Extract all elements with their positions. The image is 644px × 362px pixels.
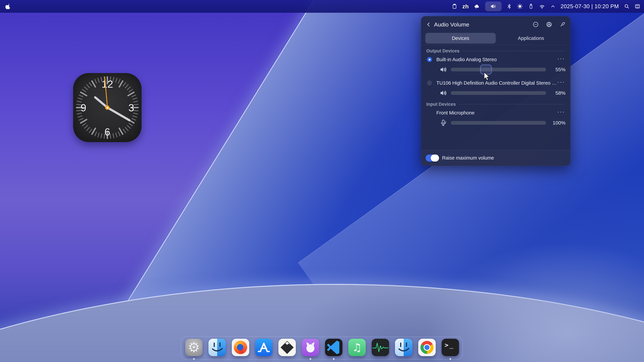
speaker-icon: [440, 89, 447, 97]
device-row-tu106: TU106 High Definition Audio Controller D…: [425, 78, 566, 88]
back-button[interactable]: [425, 21, 432, 28]
clock-tick: [126, 125, 131, 129]
apple-menu-icon[interactable]: [5, 3, 11, 9]
chevron-up-icon[interactable]: [550, 4, 556, 9]
clock-minute-hand: [107, 107, 131, 122]
section-title: Input Devices: [426, 102, 456, 107]
music-icon: ♫: [348, 339, 366, 356]
dock-item-system-settings[interactable]: ⚙: [185, 339, 202, 356]
clock-numeral-3: 3: [128, 102, 134, 114]
tab-devices[interactable]: Devices: [425, 33, 496, 43]
speaker-icon: [440, 66, 447, 73]
raise-max-volume-toggle[interactable]: [426, 155, 439, 162]
clock-tick: [88, 129, 92, 133]
clock-tick: [100, 133, 102, 138]
clock-center-cap: [105, 105, 110, 110]
panel-header: Audio Volume: [421, 16, 570, 33]
dock-item-files[interactable]: [395, 339, 412, 356]
panel-header-actions: [533, 21, 566, 27]
device-more-button[interactable]: ···: [557, 55, 565, 63]
clock-tick: [124, 127, 129, 131]
search-icon[interactable]: [624, 3, 630, 9]
volume-percent: 58%: [550, 90, 566, 96]
clock-tick: [115, 78, 118, 83]
system-monitor-icon: [372, 339, 389, 356]
firefox-icon: [232, 339, 249, 356]
radio-builtin-selected[interactable]: [427, 57, 432, 62]
menu-bar-status-area: zh 2025-07-30 | 10:20 PM: [452, 1, 640, 11]
pin-icon[interactable]: [560, 21, 566, 27]
device-name: Built-in Audio Analog Stereo: [436, 57, 557, 62]
dock-item-app-store[interactable]: [255, 339, 272, 356]
clock-tick: [82, 123, 86, 126]
volume-slider-row-microphone: 100%: [425, 117, 566, 128]
toggle-label: Raise maximum volume: [442, 155, 494, 161]
clock-tick: [115, 133, 118, 138]
clock-numeral-6: 6: [104, 126, 110, 138]
volume-slider-builtin[interactable]: [451, 68, 546, 71]
clock-tick: [132, 115, 137, 118]
clock-tick: [118, 79, 120, 84]
dock-item-finder[interactable]: [208, 339, 226, 356]
more-options-icon[interactable]: [533, 21, 539, 27]
volume-slider-row-builtin: 55%: [425, 64, 566, 75]
clock-numeral-12: 12: [102, 78, 113, 90]
panel-footer: Raise maximum volume: [421, 150, 570, 166]
cloud-icon[interactable]: [474, 3, 480, 9]
clock-tick: [128, 89, 133, 92]
tab-applications[interactable]: Applications: [496, 33, 566, 43]
github-icon: [302, 339, 319, 356]
clock-tick: [122, 82, 126, 86]
section-divider-line: [462, 51, 565, 51]
dock-item-firefox[interactable]: [232, 339, 249, 356]
clock-tick: [118, 131, 120, 136]
clock-tick: [78, 94, 83, 97]
menu-bar: zh 2025-07-30 | 10:20 PM: [0, 0, 644, 13]
notification-panel-icon[interactable]: [634, 3, 640, 9]
device-more-button[interactable]: ···: [557, 109, 565, 117]
volume-slider-row-tu106: 58%: [425, 88, 566, 98]
clock-tick: [86, 84, 90, 88]
clock-tick: [122, 129, 126, 133]
clock-tick: [78, 118, 83, 121]
radio-tu106[interactable]: [427, 80, 432, 85]
clock-tick: [97, 78, 100, 83]
clipboard-icon[interactable]: [452, 3, 457, 9]
device-row-front-microphone: Front Microphone ···: [425, 108, 566, 117]
clock-tick: [84, 86, 88, 90]
volume-slider-tu106[interactable]: [451, 91, 546, 95]
clock-tick: [77, 115, 82, 118]
dock: ⚙ ♫: [181, 337, 463, 360]
dock-item-inkscape[interactable]: [278, 339, 296, 356]
running-indicator: [310, 358, 311, 360]
vscode-icon: [325, 339, 342, 356]
volume-status-icon[interactable]: [485, 1, 502, 11]
input-method-indicator[interactable]: zh: [462, 3, 469, 10]
dock-item-terminal[interactable]: >_: [442, 339, 459, 356]
bluetooth-icon[interactable]: [507, 4, 512, 9]
clock-tick: [132, 97, 137, 100]
terminal-icon: >_: [442, 339, 459, 356]
panel-title: Audio Volume: [434, 21, 469, 28]
volume-percent: 100%: [550, 120, 566, 126]
device-more-button[interactable]: ···: [557, 79, 565, 87]
dock-item-github-desktop[interactable]: [302, 339, 319, 356]
dock-item-music[interactable]: ♫: [348, 339, 366, 356]
clock-widget[interactable]: 12 3 6 9: [73, 73, 142, 142]
dock-item-chrome[interactable]: [418, 339, 436, 356]
clock-tick: [82, 89, 86, 92]
clock-tick: [131, 94, 136, 97]
settings-gear-icon[interactable]: [546, 21, 552, 27]
clock-tick: [94, 79, 97, 84]
usb-drive-icon[interactable]: [528, 3, 534, 9]
wifi-icon[interactable]: [539, 3, 545, 9]
finder-icon: [208, 339, 226, 356]
clock-numeral-9: 9: [80, 102, 86, 114]
menu-bar-clock[interactable]: 2025-07-30 | 10:20 PM: [561, 3, 619, 9]
brightness-icon[interactable]: [517, 3, 523, 9]
dock-item-system-monitor[interactable]: [372, 339, 389, 356]
dock-item-vscode[interactable]: [325, 339, 342, 356]
device-row-builtin: Built-in Audio Analog Stereo ···: [425, 55, 566, 64]
volume-slider-microphone[interactable]: [451, 121, 546, 125]
clock-tick: [77, 97, 82, 100]
